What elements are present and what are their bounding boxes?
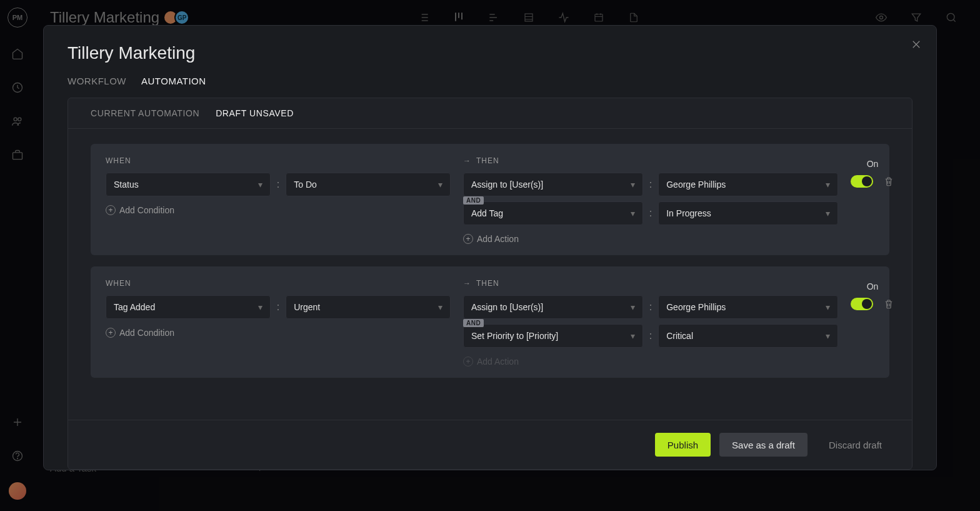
separator: : xyxy=(648,208,653,219)
add-condition-button[interactable]: + Add Condition xyxy=(106,328,451,338)
chevron-down-icon: ▾ xyxy=(438,180,442,190)
modal-tabs: WORKFLOW AUTOMATION xyxy=(44,63,936,98)
chevron-down-icon: ▾ xyxy=(258,180,262,190)
dropdown-value: Tag Added xyxy=(114,302,155,312)
tab-draft-unsaved[interactable]: DRAFT UNSAVED xyxy=(216,108,294,118)
plus-circle-icon: + xyxy=(463,234,473,244)
separator: : xyxy=(648,330,653,342)
modal-overlay: Tillery Marketing WORKFLOW AUTOMATION CU… xyxy=(0,0,980,511)
tab-current-automation[interactable]: CURRENT AUTOMATION xyxy=(91,108,199,118)
trash-icon[interactable] xyxy=(883,298,894,310)
chevron-down-icon: ▾ xyxy=(631,302,635,312)
automation-rule: WHEN Status ▾ : To Do ▾ xyxy=(91,144,889,255)
dropdown-value: Urgent xyxy=(294,302,320,312)
dropdown-value: Status xyxy=(114,180,139,190)
chevron-down-icon: ▾ xyxy=(631,180,635,190)
arrow-right-icon: → xyxy=(463,156,471,165)
modal-title: Tillery Marketing xyxy=(44,43,936,63)
separator: : xyxy=(276,179,281,190)
dropdown-value: In Progress xyxy=(666,208,711,218)
automation-modal: Tillery Marketing WORKFLOW AUTOMATION CU… xyxy=(43,25,937,470)
chevron-down-icon: ▾ xyxy=(826,180,830,190)
action-dropdown[interactable]: Assign to [User(s)] ▾ xyxy=(463,295,643,319)
action-dropdown[interactable]: Assign to [User(s)] ▾ xyxy=(463,173,643,196)
trash-icon[interactable] xyxy=(883,175,894,188)
add-action-label: Add Action xyxy=(477,234,519,244)
add-action-label: Add Action xyxy=(477,357,519,367)
tab-workflow[interactable]: WORKFLOW xyxy=(68,76,126,86)
chevron-down-icon: ▾ xyxy=(631,208,635,218)
action-value-dropdown[interactable]: In Progress ▾ xyxy=(658,201,838,225)
dropdown-value: Assign to [User(s)] xyxy=(471,180,543,190)
dropdown-value: Assign to [User(s)] xyxy=(471,302,543,312)
chevron-down-icon: ▾ xyxy=(826,302,830,312)
chevron-down-icon: ▾ xyxy=(631,331,635,341)
arrow-right-icon: → xyxy=(463,279,471,288)
action-value-dropdown[interactable]: Critical ▾ xyxy=(658,324,838,348)
rules-list: WHEN Status ▾ : To Do ▾ xyxy=(68,129,912,420)
when-value-dropdown[interactable]: To Do ▾ xyxy=(286,173,451,196)
dropdown-value: George Phillips xyxy=(666,180,726,190)
plus-circle-icon: + xyxy=(106,205,116,215)
modal-footer: Publish Save as a draft Discard draft xyxy=(68,420,912,469)
action-dropdown[interactable]: Add Tag ▾ xyxy=(463,201,643,225)
separator: : xyxy=(276,301,281,313)
action-value-dropdown[interactable]: George Phillips ▾ xyxy=(658,173,838,196)
close-icon[interactable] xyxy=(909,37,924,52)
toggle-label: On xyxy=(867,159,879,169)
add-condition-label: Add Condition xyxy=(119,328,174,338)
chevron-down-icon: ▾ xyxy=(826,331,830,341)
save-draft-button[interactable]: Save as a draft xyxy=(719,433,808,457)
plus-circle-icon: + xyxy=(463,357,473,367)
chevron-down-icon: ▾ xyxy=(826,208,830,218)
tab-automation[interactable]: AUTOMATION xyxy=(141,76,206,86)
chevron-down-icon: ▾ xyxy=(258,302,262,312)
separator: : xyxy=(648,179,653,190)
then-label: → THEN xyxy=(463,279,838,288)
scroll-fade xyxy=(91,390,889,420)
panel-tabs: CURRENT AUTOMATION DRAFT UNSAVED xyxy=(68,98,912,129)
automation-rule: WHEN Tag Added ▾ : Urgent ▾ xyxy=(91,266,889,378)
action-value-dropdown[interactable]: George Phillips ▾ xyxy=(658,295,838,319)
when-field-dropdown[interactable]: Status ▾ xyxy=(106,173,271,196)
rule-toggle[interactable] xyxy=(851,175,873,188)
dropdown-value: To Do xyxy=(294,180,317,190)
chevron-down-icon: ▾ xyxy=(438,302,442,312)
automation-panel: CURRENT AUTOMATION DRAFT UNSAVED WHEN St… xyxy=(68,98,912,470)
action-dropdown[interactable]: Set Priority to [Priority] ▾ xyxy=(463,324,643,348)
add-action-button[interactable]: + Add Action xyxy=(463,357,838,367)
dropdown-value: George Phillips xyxy=(666,302,726,312)
separator: : xyxy=(648,301,653,313)
plus-circle-icon: + xyxy=(106,328,116,338)
when-field-dropdown[interactable]: Tag Added ▾ xyxy=(106,295,271,319)
dropdown-value: Add Tag xyxy=(471,208,503,218)
when-label: WHEN xyxy=(106,279,451,288)
add-condition-label: Add Condition xyxy=(119,205,174,215)
when-value-dropdown[interactable]: Urgent ▾ xyxy=(286,295,451,319)
toggle-label: On xyxy=(867,281,879,291)
publish-button[interactable]: Publish xyxy=(655,433,711,457)
add-condition-button[interactable]: + Add Condition xyxy=(106,205,451,215)
dropdown-value: Critical xyxy=(666,331,693,341)
discard-draft-button[interactable]: Discard draft xyxy=(816,433,894,457)
then-label: → THEN xyxy=(463,156,838,165)
dropdown-value: Set Priority to [Priority] xyxy=(471,331,558,341)
rule-toggle[interactable] xyxy=(851,298,873,310)
add-action-button[interactable]: + Add Action xyxy=(463,234,838,244)
when-label: WHEN xyxy=(106,156,451,165)
